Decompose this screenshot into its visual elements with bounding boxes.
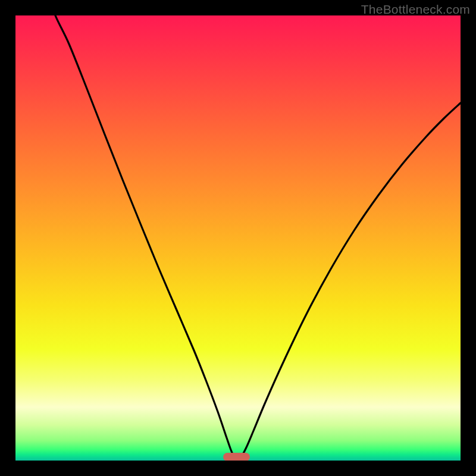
curve-left — [51, 15, 236, 460]
bottleneck-marker — [223, 453, 250, 461]
watermark-text: TheBottleneck.com — [361, 2, 470, 17]
curve-right — [239, 103, 461, 460]
plot-frame — [15, 15, 461, 461]
curve-plot — [15, 15, 461, 461]
